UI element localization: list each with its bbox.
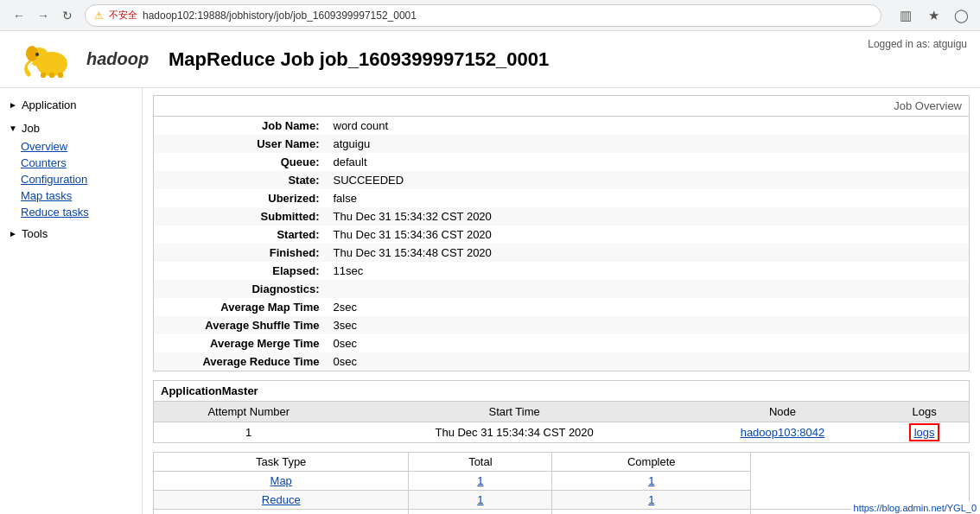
am-col-starttime: Start Time bbox=[343, 402, 684, 422]
job-field-value-0: word count bbox=[327, 117, 970, 136]
insecure-label: 不安全 bbox=[109, 9, 137, 22]
am-col-node: Node bbox=[685, 402, 880, 422]
job-field-label-10: Average Map Time bbox=[154, 298, 327, 316]
job-field-label-13: Average Reduce Time bbox=[154, 352, 327, 371]
application-label: Application bbox=[22, 98, 77, 111]
task-complete-link-0[interactable]: 1 bbox=[648, 474, 654, 487]
back-button[interactable]: ← bbox=[9, 5, 29, 26]
hadoop-logo bbox=[13, 40, 82, 79]
attempt-failed-header: Failed bbox=[409, 510, 552, 515]
sidebar-item-configuration[interactable]: Configuration bbox=[17, 171, 142, 187]
job-field-value-10: 2sec bbox=[327, 298, 970, 316]
am-col-attempt: Attempt Number bbox=[154, 402, 343, 422]
nav-buttons: ← → ↻ bbox=[9, 5, 78, 26]
job-field-label-2: Queue: bbox=[154, 153, 327, 171]
job-field-value-1: atguigu bbox=[327, 135, 970, 153]
footer-link: https://blog.admin.net/YGL_0 bbox=[850, 502, 980, 514]
task-type-link-1[interactable]: Reduce bbox=[262, 493, 301, 506]
svg-point-3 bbox=[35, 53, 39, 56]
tools-arrow-icon: ► bbox=[9, 229, 17, 238]
url-text: hadoop102:19888/jobhistory/job/job_16093… bbox=[143, 10, 872, 22]
am-node-link[interactable]: hadoop103:8042 bbox=[741, 426, 825, 439]
sidebar-application-header[interactable]: ► Application bbox=[0, 95, 142, 115]
tools-label: Tools bbox=[22, 227, 48, 240]
logo-area: hadoop bbox=[13, 40, 169, 79]
job-field-label-8: Elapsed: bbox=[154, 262, 327, 280]
am-row-attempt: 1 bbox=[154, 422, 343, 443]
job-label: Job bbox=[22, 122, 40, 135]
task-complete-header: Complete bbox=[552, 453, 751, 472]
task-complete-link-1[interactable]: 1 bbox=[648, 493, 654, 506]
bookmark-icon[interactable]: ★ bbox=[923, 5, 944, 26]
job-field-value-11: 3sec bbox=[327, 316, 970, 334]
task-total-header: Total bbox=[409, 453, 552, 472]
sidebar-job-subitems: Overview Counters Configuration Map task… bbox=[0, 138, 142, 220]
task-complete-0: 1 bbox=[552, 472, 751, 491]
forward-button[interactable]: → bbox=[33, 5, 54, 26]
job-field-value-5: Thu Dec 31 15:34:32 CST 2020 bbox=[327, 207, 970, 225]
svg-rect-5 bbox=[49, 73, 54, 78]
screenshot-icon[interactable]: ▥ bbox=[895, 5, 916, 26]
job-field-value-6: Thu Dec 31 15:34:36 CST 2020 bbox=[327, 225, 970, 244]
am-table: Attempt Number Start Time Node Logs 1Thu… bbox=[154, 402, 969, 442]
job-field-label-7: Finished: bbox=[154, 244, 327, 262]
task-total-1: 1 bbox=[409, 491, 552, 510]
attempt-type-header: Attempt Type bbox=[154, 510, 409, 515]
task-total-link-0[interactable]: 1 bbox=[477, 474, 483, 487]
job-field-value-4: false bbox=[327, 189, 970, 207]
application-arrow-icon: ► bbox=[9, 100, 17, 110]
sidebar-section-job: ▼ Job Overview Counters Configuration Ma… bbox=[0, 118, 142, 220]
address-bar[interactable]: ⚠ 不安全 hadoop102:19888/jobhistory/job/job… bbox=[85, 4, 881, 27]
task-summary-table: Task Type Total Complete Map11Reduce11 A… bbox=[153, 452, 970, 514]
job-info-table: Job Name:word countUser Name:atguiguQueu… bbox=[153, 116, 970, 371]
sidebar-section-tools: ► Tools bbox=[0, 224, 142, 244]
sidebar-tools-header[interactable]: ► Tools bbox=[0, 224, 142, 244]
am-row-logs: logs bbox=[880, 422, 969, 443]
am-row-node: hadoop103:8042 bbox=[685, 422, 880, 443]
task-complete-1: 1 bbox=[552, 491, 751, 510]
sidebar-item-reduce-tasks[interactable]: Reduce tasks bbox=[17, 204, 142, 220]
job-field-value-3: SUCCEEDED bbox=[327, 171, 970, 189]
main-layout: hadoop MapReduce Job job_1609399997152_0… bbox=[0, 31, 980, 514]
task-type-header: Task Type bbox=[154, 453, 409, 472]
job-field-value-9 bbox=[327, 280, 970, 298]
browser-icons: ▥ ★ ◯ bbox=[895, 5, 971, 26]
sidebar-item-map-tasks[interactable]: Map tasks bbox=[17, 187, 142, 204]
task-total-0: 1 bbox=[409, 472, 552, 491]
task-type-1: Reduce bbox=[154, 491, 409, 510]
svg-rect-4 bbox=[41, 73, 46, 78]
task-type-link-0[interactable]: Map bbox=[270, 474, 292, 487]
sidebar-item-overview[interactable]: Overview bbox=[17, 138, 142, 155]
job-field-value-13: 0sec bbox=[327, 352, 970, 371]
job-field-label-9: Diagnostics: bbox=[154, 280, 327, 298]
sidebar-job-header[interactable]: ▼ Job bbox=[0, 118, 142, 138]
page-title: MapReduce Job job_1609399997152_0001 bbox=[169, 48, 967, 71]
job-field-value-2: default bbox=[327, 153, 970, 171]
job-field-label-3: State: bbox=[154, 171, 327, 189]
job-field-label-0: Job Name: bbox=[154, 117, 327, 136]
sidebar-section-application: ► Application bbox=[0, 95, 142, 115]
sidebar-item-counters[interactable]: Counters bbox=[17, 155, 142, 171]
attempt-killed-header: Killed bbox=[552, 510, 751, 515]
am-section: ApplicationMaster Attempt Number Start T… bbox=[153, 380, 970, 443]
job-field-label-6: Started: bbox=[154, 225, 327, 244]
job-field-value-12: 0sec bbox=[327, 334, 970, 352]
refresh-button[interactable]: ↻ bbox=[57, 5, 78, 26]
job-field-label-4: Uberized: bbox=[154, 189, 327, 207]
am-row-time: Thu Dec 31 15:34:34 CST 2020 bbox=[343, 422, 684, 443]
job-field-label-5: Submitted: bbox=[154, 207, 327, 225]
job-overview-header: Job Overview bbox=[153, 95, 970, 116]
account-icon[interactable]: ◯ bbox=[951, 5, 971, 26]
main-panel: Job Overview Job Name:word countUser Nam… bbox=[143, 88, 980, 514]
hadoop-text: hadoop bbox=[86, 49, 149, 69]
job-field-label-11: Average Shuffle Time bbox=[154, 316, 327, 334]
am-logs-link[interactable]: logs bbox=[909, 423, 940, 441]
job-arrow-icon: ▼ bbox=[9, 124, 17, 133]
logged-in-label: Logged in as: atguigu bbox=[868, 38, 967, 50]
content-area: ► Application ▼ Job Overview Counters Co… bbox=[0, 88, 980, 514]
task-total-link-1[interactable]: 1 bbox=[477, 493, 483, 506]
am-col-logs: Logs bbox=[880, 402, 969, 422]
job-field-label-1: User Name: bbox=[154, 135, 327, 153]
sidebar: ► Application ▼ Job Overview Counters Co… bbox=[0, 88, 143, 514]
job-field-label-12: Average Merge Time bbox=[154, 334, 327, 352]
